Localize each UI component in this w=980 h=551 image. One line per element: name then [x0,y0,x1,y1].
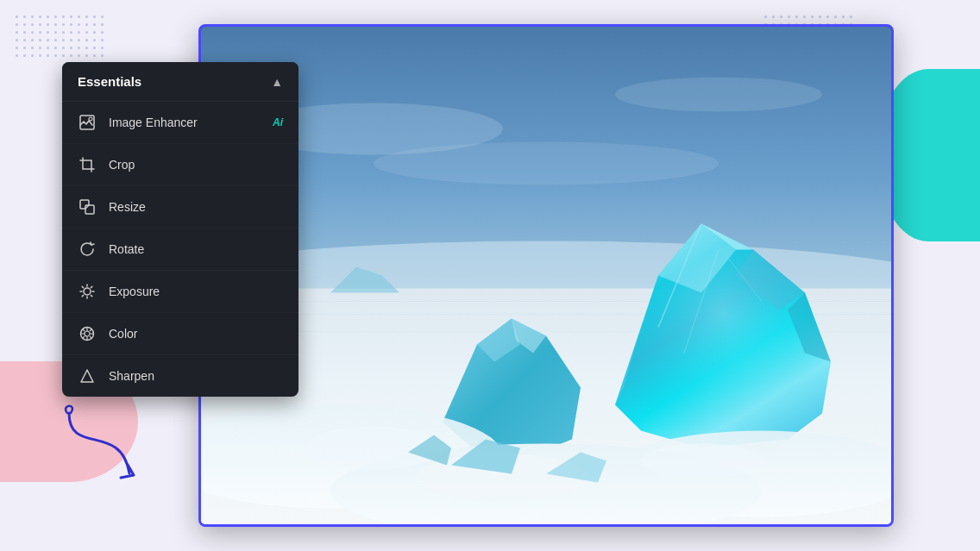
exposure-label: Exposure [109,285,283,298]
image-enhancer-label: Image Enhancer [109,116,273,129]
sidebar-header: Essentials ▲ [62,62,298,102]
sidebar-panel: Essentials ▲ Image Enhancer Ai Crop [62,62,298,397]
ai-badge: Ai [273,116,283,128]
main-canvas [198,24,894,527]
svg-point-38 [84,288,91,295]
rotate-label: Rotate [109,242,283,256]
svg-point-35 [89,117,92,121]
sidebar-item-resize[interactable]: Resize [62,186,298,229]
sidebar-item-sharpen[interactable]: Sharpen [62,355,298,397]
sidebar-item-color[interactable]: Color [62,313,298,355]
svg-point-48 [85,331,90,336]
sidebar-item-crop[interactable]: Crop [62,144,298,186]
color-icon [78,324,97,343]
sidebar-title: Essentials [78,74,141,89]
svg-point-32 [615,78,822,112]
svg-line-45 [91,286,91,287]
sidebar-item-image-enhancer[interactable]: Image Enhancer Ai [62,102,298,144]
color-label: Color [109,327,283,341]
svg-point-26 [641,444,762,479]
svg-line-46 [82,295,83,296]
sidebar-item-exposure[interactable]: Exposure [62,271,298,313]
resize-label: Resize [109,200,283,214]
sharpen-icon [78,366,97,385]
svg-point-33 [374,142,719,185]
sidebar-item-rotate[interactable]: Rotate [62,229,298,271]
svg-line-43 [82,286,83,287]
resize-icon [78,197,97,216]
crop-label: Crop [109,158,283,172]
crop-icon [78,155,97,174]
chevron-up-icon[interactable]: ▲ [271,75,283,89]
arrow-decoration [52,404,155,491]
exposure-icon [78,282,97,301]
svg-line-44 [91,295,91,296]
image-enhancer-icon [78,113,97,132]
rotate-icon [78,240,97,259]
sharpen-label: Sharpen [109,369,283,383]
